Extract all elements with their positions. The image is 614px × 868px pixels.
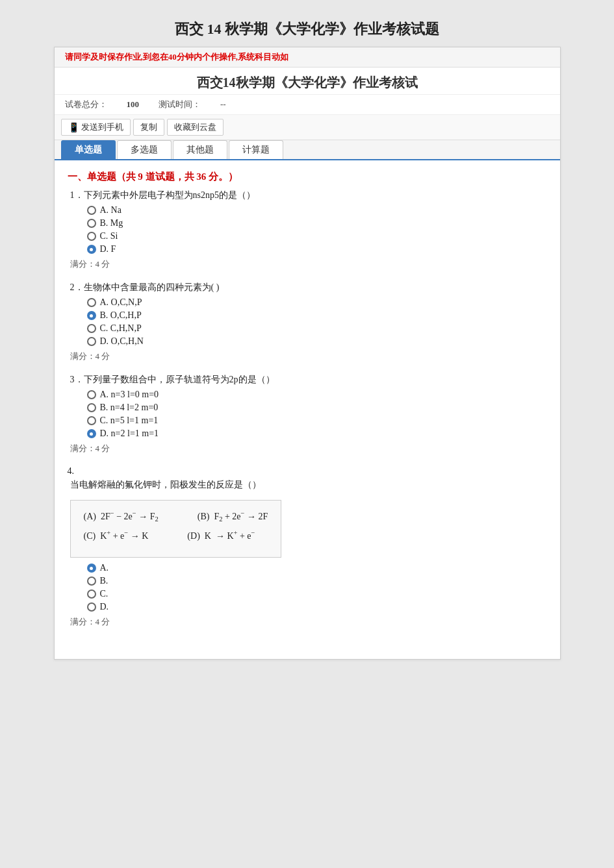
radio-3-c[interactable]: [87, 416, 96, 425]
radio-3-b[interactable]: [87, 403, 96, 412]
question-4-reactions: (A) 2F− − 2e− → F2 (B) F2 + 2e− → 2F (C)…: [70, 500, 282, 558]
option-4-a-label: A.: [100, 563, 109, 573]
question-3-score: 满分：4 分: [68, 443, 547, 454]
card-notice: 请同学及时保存作业,到忽在40分钟内个作操作,系统科目动如: [55, 47, 560, 68]
option-1-d[interactable]: D. F: [87, 244, 547, 254]
card-inner-title: 西交14秋学期《大学化学》作业考核试: [55, 68, 560, 95]
radio-2-d[interactable]: [87, 337, 96, 346]
question-2-score: 满分：4 分: [68, 351, 547, 362]
option-2-c-label: C. C,H,N,P: [100, 323, 142, 334]
option-2-d[interactable]: D. O,C,H,N: [87, 336, 547, 347]
option-2-d-label: D. O,C,H,N: [100, 336, 144, 347]
question-4-number: 4.: [68, 466, 75, 477]
copy-button[interactable]: 复制: [133, 119, 164, 136]
radio-4-c[interactable]: [87, 589, 96, 599]
radio-3-d[interactable]: [87, 429, 96, 438]
test-time-label: 测试时间：: [159, 99, 201, 110]
radio-1-c[interactable]: [87, 232, 96, 241]
reaction-d: (D) K → K+ + e−: [187, 529, 255, 541]
total-score-value: 100: [127, 99, 140, 110]
question-1: 1．下列元素中外层电子构型为ns2np5的是（） A. Na B. Mg C. …: [68, 190, 547, 270]
option-4-d[interactable]: D.: [87, 602, 547, 612]
outer-title: 西交 14 秋学期《大学化学》作业考核试题: [175, 19, 439, 39]
test-time-value: --: [220, 99, 226, 110]
main-card: 请同学及时保存作业,到忽在40分钟内个作操作,系统科目动如 西交14秋学期《大学…: [54, 47, 561, 660]
question-4: 4. 当电解熔融的氟化钾时，阳极发生的反应是（） (A) 2F− − 2e− →…: [68, 466, 547, 628]
option-1-a[interactable]: A. Na: [87, 205, 547, 216]
option-1-d-label: D. F: [100, 244, 116, 254]
radio-4-d[interactable]: [87, 602, 96, 612]
option-1-c-label: C. Si: [100, 231, 118, 242]
send-btn-label: 发送到手机: [81, 121, 123, 133]
toolbar: 📱 发送到手机 复制 收藏到云盘: [55, 115, 560, 140]
radio-2-b[interactable]: [87, 311, 96, 320]
option-4-d-label: D.: [100, 602, 109, 612]
save-btn-label: 收藏到云盘: [174, 121, 216, 133]
question-3-options: A. n=3 l=0 m=0 B. n=4 l=2 m=0 C. n=5 l=1…: [68, 390, 547, 439]
option-4-c-label: C.: [100, 589, 109, 599]
option-3-a-label: A. n=3 l=0 m=0: [100, 390, 159, 400]
radio-1-d[interactable]: [87, 245, 96, 254]
question-3-stem: 3．下列量子数组合中，原子轨道符号为2p的是（）: [68, 374, 547, 386]
question-3: 3．下列量子数组合中，原子轨道符号为2p的是（） A. n=3 l=0 m=0 …: [68, 374, 547, 454]
tab-calculation[interactable]: 计算题: [229, 140, 283, 159]
tab-other[interactable]: 其他题: [173, 140, 227, 159]
option-2-b[interactable]: B. O,C,H,P: [87, 310, 547, 321]
option-3-c-label: C. n=5 l=1 m=1: [100, 415, 159, 426]
option-2-c[interactable]: C. C,H,N,P: [87, 323, 547, 334]
option-1-a-label: A. Na: [100, 205, 122, 216]
radio-4-b[interactable]: [87, 577, 96, 586]
content-area: 一、单选题（共 9 道试题，共 36 分。） 1．下列元素中外层电子构型为ns2…: [55, 160, 560, 659]
option-3-d[interactable]: D. n=2 l=1 m=1: [87, 428, 547, 439]
option-3-c[interactable]: C. n=5 l=1 m=1: [87, 415, 547, 426]
copy-btn-label: 复制: [140, 121, 157, 133]
radio-1-a[interactable]: [87, 206, 96, 215]
option-2-b-label: B. O,C,H,P: [100, 310, 142, 321]
question-1-score: 满分：4 分: [68, 258, 547, 270]
option-3-d-label: D. n=2 l=1 m=1: [100, 428, 159, 439]
card-meta: 试卷总分： 100 测试时间： --: [55, 95, 560, 115]
question-4-options: A. B. C. D.: [68, 563, 547, 612]
total-score-label: 试卷总分：: [65, 99, 107, 110]
option-4-b[interactable]: B.: [87, 576, 547, 586]
tab-single-choice[interactable]: 单选题: [61, 140, 116, 159]
option-1-b-label: B. Mg: [100, 218, 123, 229]
option-4-c[interactable]: C.: [87, 589, 547, 599]
radio-1-b[interactable]: [87, 219, 96, 228]
reaction-c: (C) K+ + e− → K: [84, 529, 149, 541]
option-3-b-label: B. n=4 l=2 m=0: [100, 403, 159, 413]
question-1-stem: 1．下列元素中外层电子构型为ns2np5的是（）: [68, 190, 547, 201]
option-4-b-label: B.: [100, 576, 109, 586]
option-2-a[interactable]: A. O,C,N,P: [87, 297, 547, 308]
save-to-cloud-button[interactable]: 收藏到云盘: [167, 119, 224, 136]
question-2-options: A. O,C,N,P B. O,C,H,P C. C,H,N,P D. O,C,…: [68, 297, 547, 347]
tab-multi-choice[interactable]: 多选题: [117, 140, 172, 159]
option-3-a[interactable]: A. n=3 l=0 m=0: [87, 390, 547, 400]
option-1-c[interactable]: C. Si: [87, 231, 547, 242]
question-4-stem: 当电解熔融的氟化钾时，阳极发生的反应是（）: [68, 479, 547, 491]
send-to-phone-button[interactable]: 📱 发送到手机: [61, 119, 131, 136]
radio-4-a[interactable]: [87, 564, 96, 573]
option-4-a[interactable]: A.: [87, 563, 547, 573]
reaction-b: (B) F2 + 2e− → 2F: [198, 510, 268, 523]
reaction-a: (A) 2F− − 2e− → F2: [84, 510, 159, 523]
question-1-options: A. Na B. Mg C. Si D. F: [68, 205, 547, 254]
question-4-score: 满分：4 分: [68, 616, 547, 628]
radio-3-a[interactable]: [87, 390, 96, 399]
question-2-stem: 2．生物体中含量最高的四种元素为( ): [68, 282, 547, 293]
option-2-a-label: A. O,C,N,P: [100, 297, 142, 308]
question-2: 2．生物体中含量最高的四种元素为( ) A. O,C,N,P B. O,C,H,…: [68, 282, 547, 362]
radio-2-c[interactable]: [87, 324, 96, 333]
option-3-b[interactable]: B. n=4 l=2 m=0: [87, 403, 547, 413]
section1-title: 一、单选题（共 9 道试题，共 36 分。）: [68, 171, 547, 183]
option-1-b[interactable]: B. Mg: [87, 218, 547, 229]
tabs-bar: 单选题 多选题 其他题 计算题: [55, 140, 560, 160]
radio-2-a[interactable]: [87, 298, 96, 307]
phone-icon: 📱: [68, 122, 79, 132]
